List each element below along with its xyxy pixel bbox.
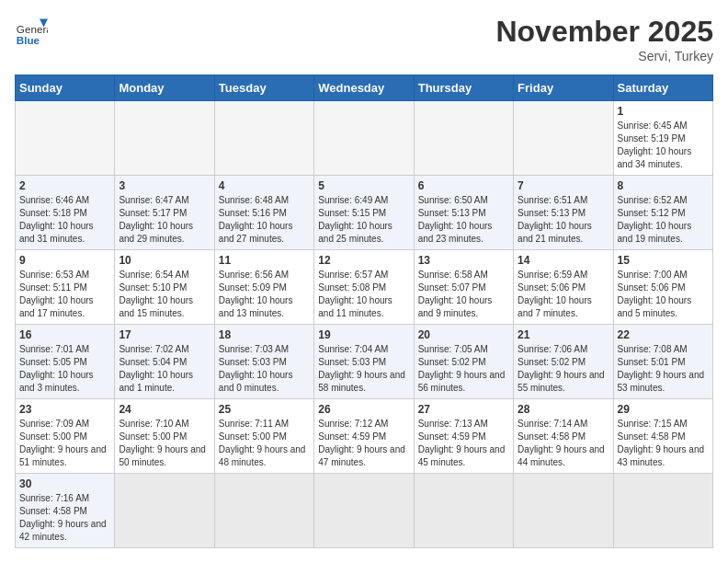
calendar-day-cell (16, 101, 115, 176)
day-info: Sunrise: 7:03 AM Sunset: 5:03 PM Dayligh… (219, 343, 310, 395)
calendar-day-cell (214, 474, 313, 548)
calendar-day-cell: 14Sunrise: 6:59 AM Sunset: 5:06 PM Dayli… (514, 250, 613, 325)
calendar-day-cell: 29Sunrise: 7:15 AM Sunset: 4:58 PM Dayli… (613, 399, 712, 474)
day-info: Sunrise: 6:54 AM Sunset: 5:10 PM Dayligh… (119, 269, 210, 320)
day-info: Sunrise: 7:14 AM Sunset: 4:58 PM Dayligh… (518, 418, 609, 469)
location: Servi, Turkey (495, 49, 713, 63)
calendar-day-cell (414, 474, 513, 548)
calendar-day-cell: 18Sunrise: 7:03 AM Sunset: 5:03 PM Dayli… (214, 325, 313, 399)
day-info: Sunrise: 7:04 AM Sunset: 5:03 PM Dayligh… (318, 343, 409, 395)
calendar-day-cell: 17Sunrise: 7:02 AM Sunset: 5:04 PM Dayli… (115, 325, 214, 399)
day-number: 4 (219, 179, 310, 192)
calendar-day-cell: 28Sunrise: 7:14 AM Sunset: 4:58 PM Dayli… (514, 399, 613, 474)
calendar-week-row: 30Sunrise: 7:16 AM Sunset: 4:58 PM Dayli… (16, 474, 713, 548)
day-number: 20 (418, 328, 509, 341)
calendar-week-row: 1Sunrise: 6:45 AM Sunset: 5:19 PM Daylig… (16, 101, 713, 176)
calendar-day-cell: 25Sunrise: 7:11 AM Sunset: 5:00 PM Dayli… (214, 399, 313, 474)
day-info: Sunrise: 7:16 AM Sunset: 4:58 PM Dayligh… (19, 492, 110, 544)
day-number: 24 (119, 403, 210, 416)
calendar-day-cell: 27Sunrise: 7:13 AM Sunset: 4:59 PM Dayli… (414, 399, 513, 474)
day-info: Sunrise: 7:10 AM Sunset: 5:00 PM Dayligh… (119, 418, 210, 469)
day-number: 22 (618, 328, 709, 341)
calendar-day-cell: 10Sunrise: 6:54 AM Sunset: 5:10 PM Dayli… (115, 250, 214, 325)
day-info: Sunrise: 6:53 AM Sunset: 5:11 PM Dayligh… (19, 269, 110, 320)
day-info: Sunrise: 6:51 AM Sunset: 5:13 PM Dayligh… (518, 194, 609, 246)
calendar-day-cell: 24Sunrise: 7:10 AM Sunset: 5:00 PM Dayli… (115, 399, 214, 474)
calendar-week-row: 9Sunrise: 6:53 AM Sunset: 5:11 PM Daylig… (16, 250, 713, 325)
day-number: 7 (518, 179, 609, 192)
day-number: 13 (418, 254, 509, 267)
calendar-day-cell: 15Sunrise: 7:00 AM Sunset: 5:06 PM Dayli… (613, 250, 712, 325)
calendar-day-cell (514, 474, 613, 548)
weekday-header-friday: Friday (514, 75, 613, 101)
calendar-day-cell: 3Sunrise: 6:47 AM Sunset: 5:17 PM Daylig… (115, 176, 214, 250)
calendar-week-row: 2Sunrise: 6:46 AM Sunset: 5:18 PM Daylig… (16, 176, 713, 250)
day-number: 30 (19, 477, 110, 490)
calendar-day-cell: 8Sunrise: 6:52 AM Sunset: 5:12 PM Daylig… (613, 176, 712, 250)
day-info: Sunrise: 7:15 AM Sunset: 4:58 PM Dayligh… (618, 418, 709, 469)
logo: General Blue (15, 15, 48, 48)
weekday-header-monday: Monday (115, 75, 214, 101)
day-info: Sunrise: 6:59 AM Sunset: 5:06 PM Dayligh… (518, 269, 609, 320)
day-info: Sunrise: 7:05 AM Sunset: 5:02 PM Dayligh… (418, 343, 509, 395)
day-number: 10 (119, 254, 210, 267)
weekday-header-thursday: Thursday (414, 75, 513, 101)
day-number: 12 (318, 254, 409, 267)
calendar-day-cell (314, 101, 414, 176)
calendar-day-cell: 16Sunrise: 7:01 AM Sunset: 5:05 PM Dayli… (16, 325, 115, 399)
calendar-week-row: 16Sunrise: 7:01 AM Sunset: 5:05 PM Dayli… (16, 325, 713, 399)
logo-icon: General Blue (15, 15, 48, 48)
day-info: Sunrise: 7:00 AM Sunset: 5:06 PM Dayligh… (618, 269, 709, 320)
calendar-day-cell: 1Sunrise: 6:45 AM Sunset: 5:19 PM Daylig… (613, 101, 712, 176)
day-info: Sunrise: 7:09 AM Sunset: 5:00 PM Dayligh… (19, 418, 110, 469)
weekday-header-saturday: Saturday (613, 75, 712, 101)
weekday-header-wednesday: Wednesday (314, 75, 414, 101)
day-number: 21 (518, 328, 609, 341)
day-number: 1 (618, 105, 709, 118)
calendar-day-cell: 23Sunrise: 7:09 AM Sunset: 5:00 PM Dayli… (16, 399, 115, 474)
title-block: November 2025 Servi, Turkey (495, 15, 713, 63)
calendar-day-cell: 30Sunrise: 7:16 AM Sunset: 4:58 PM Dayli… (16, 474, 115, 548)
day-number: 29 (618, 403, 709, 416)
weekday-header-row: SundayMondayTuesdayWednesdayThursdayFrid… (16, 75, 713, 101)
day-number: 27 (418, 403, 509, 416)
day-info: Sunrise: 6:52 AM Sunset: 5:12 PM Dayligh… (618, 194, 709, 246)
calendar-day-cell (514, 101, 613, 176)
day-info: Sunrise: 7:01 AM Sunset: 5:05 PM Dayligh… (19, 343, 110, 395)
calendar-day-cell: 6Sunrise: 6:50 AM Sunset: 5:13 PM Daylig… (414, 176, 513, 250)
day-number: 18 (219, 328, 310, 341)
day-info: Sunrise: 6:57 AM Sunset: 5:08 PM Dayligh… (318, 269, 409, 320)
calendar-day-cell: 2Sunrise: 6:46 AM Sunset: 5:18 PM Daylig… (16, 176, 115, 250)
day-info: Sunrise: 6:46 AM Sunset: 5:18 PM Dayligh… (19, 194, 110, 246)
day-number: 25 (219, 403, 310, 416)
calendar-day-cell: 4Sunrise: 6:48 AM Sunset: 5:16 PM Daylig… (214, 176, 313, 250)
calendar-day-cell (214, 101, 313, 176)
day-info: Sunrise: 6:58 AM Sunset: 5:07 PM Dayligh… (418, 269, 509, 320)
calendar-week-row: 23Sunrise: 7:09 AM Sunset: 5:00 PM Dayli… (16, 399, 713, 474)
calendar-day-cell: 21Sunrise: 7:06 AM Sunset: 5:02 PM Dayli… (514, 325, 613, 399)
day-number: 19 (318, 328, 409, 341)
month-year: November 2025 (495, 15, 713, 49)
day-number: 15 (618, 254, 709, 267)
day-number: 5 (318, 179, 409, 192)
day-info: Sunrise: 7:11 AM Sunset: 5:00 PM Dayligh… (219, 418, 310, 469)
day-number: 2 (19, 179, 110, 192)
svg-text:Blue: Blue (17, 34, 40, 46)
day-info: Sunrise: 6:49 AM Sunset: 5:15 PM Dayligh… (318, 194, 409, 246)
day-info: Sunrise: 6:48 AM Sunset: 5:16 PM Dayligh… (219, 194, 310, 246)
day-number: 3 (119, 179, 210, 192)
calendar-table: SundayMondayTuesdayWednesdayThursdayFrid… (15, 75, 713, 548)
calendar-day-cell (314, 474, 414, 548)
calendar-day-cell: 19Sunrise: 7:04 AM Sunset: 5:03 PM Dayli… (314, 325, 414, 399)
calendar-day-cell: 11Sunrise: 6:56 AM Sunset: 5:09 PM Dayli… (214, 250, 313, 325)
calendar-day-cell: 12Sunrise: 6:57 AM Sunset: 5:08 PM Dayli… (314, 250, 414, 325)
day-number: 26 (318, 403, 409, 416)
day-number: 17 (119, 328, 210, 341)
calendar-day-cell: 13Sunrise: 6:58 AM Sunset: 5:07 PM Dayli… (414, 250, 513, 325)
day-number: 16 (19, 328, 110, 341)
day-info: Sunrise: 7:02 AM Sunset: 5:04 PM Dayligh… (119, 343, 210, 395)
day-number: 14 (518, 254, 609, 267)
calendar-day-cell: 7Sunrise: 6:51 AM Sunset: 5:13 PM Daylig… (514, 176, 613, 250)
day-info: Sunrise: 6:45 AM Sunset: 5:19 PM Dayligh… (618, 120, 709, 171)
page-header: General Blue November 2025 Servi, Turkey (15, 15, 713, 63)
